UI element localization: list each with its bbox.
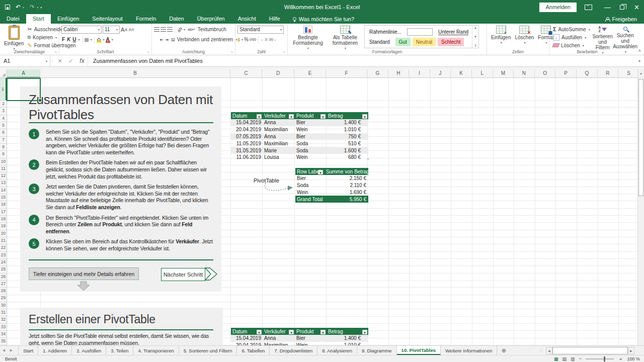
delete-cells-button[interactable]: ✕ Löschen▾ bbox=[513, 25, 536, 46]
sheet-tab-weitere-informationen[interactable]: Weitere Informationen bbox=[441, 346, 497, 355]
normal-view-icon[interactable]: ▦ bbox=[554, 356, 558, 361]
decrease-font-icon[interactable]: A˅ bbox=[129, 26, 134, 33]
column-header-E[interactable]: E bbox=[294, 69, 326, 78]
select-all-corner[interactable] bbox=[0, 69, 7, 77]
scroll-up-icon[interactable]: ▲ bbox=[638, 69, 644, 77]
table-row[interactable]: 31.05.2019MarieSoda1.600 € bbox=[231, 147, 368, 154]
sheet-grid[interactable]: 1234567891011121314151617181920212223242… bbox=[0, 78, 637, 345]
save-icon[interactable] bbox=[5, 5, 10, 10]
undo-dropdown-icon[interactable]: ▾ bbox=[23, 6, 24, 9]
formula-input[interactable]: Zusammenfassen von Daten mit PivotTables bbox=[88, 55, 635, 66]
cell-style-blank[interactable] bbox=[407, 28, 433, 36]
row-header-2[interactable]: 2 bbox=[0, 101, 7, 108]
insert-cells-button[interactable]: ＋ Einfügen▾ bbox=[489, 25, 513, 46]
ribbon-tab-daten[interactable]: Daten bbox=[163, 14, 190, 24]
qat-customize-icon[interactable]: ▾ bbox=[40, 6, 42, 9]
confirm-entry-icon[interactable]: ✓ bbox=[65, 55, 76, 66]
next-step-button[interactable]: Nächster Schritt bbox=[161, 268, 205, 281]
filter-dropdown-icon[interactable]: ▼ bbox=[289, 330, 294, 334]
font-name-select[interactable]: Calibri▾ bbox=[61, 26, 102, 34]
cell-style-rahmenlinie-[interactable]: Rahmenlinie... bbox=[366, 28, 405, 36]
page-break-view-icon[interactable]: ▥ bbox=[571, 356, 575, 361]
share-button[interactable]: Freigeben bbox=[605, 14, 644, 24]
cancel-entry-icon[interactable]: ✕ bbox=[54, 55, 65, 66]
table-row[interactable]: 11.05.2019MaximilianSoda510 € bbox=[231, 140, 368, 147]
increase-indent-icon[interactable]: ⇥ bbox=[165, 36, 169, 43]
conditional-formatting-button[interactable]: Bedingte Formatierung▾ bbox=[290, 25, 326, 52]
ribbon-display-options-icon[interactable] bbox=[585, 5, 592, 10]
sheet-tab-9-diagramme[interactable]: 9. Diagramme bbox=[357, 346, 397, 355]
page-layout-view-icon[interactable]: ▤ bbox=[562, 356, 567, 361]
table-row[interactable]: 15.04.2019AnnaBier1.400 € bbox=[231, 335, 368, 342]
align-top-icon[interactable] bbox=[154, 27, 159, 32]
filter-dropdown-icon[interactable]: ▼ bbox=[320, 114, 326, 119]
row-header-8[interactable]: 8 bbox=[0, 144, 7, 151]
scroll-right-icon[interactable]: ▶ bbox=[628, 347, 634, 354]
autosum-button[interactable]: ΣAutoSumme▾ bbox=[551, 25, 592, 33]
row-header-18[interactable]: 18 bbox=[0, 216, 7, 223]
ribbon-tab-ansicht[interactable]: Ansicht bbox=[231, 14, 263, 24]
bold-button[interactable]: F bbox=[61, 37, 65, 42]
gallery-more-icon[interactable]: ⊽ bbox=[474, 44, 476, 47]
alignment-dialog-launcher[interactable] bbox=[230, 50, 234, 54]
merge-center-button[interactable]: ⊟Verbinden und zentrieren▾ bbox=[170, 36, 238, 44]
signin-button[interactable]: Anmelden bbox=[539, 3, 577, 12]
row-header-12[interactable]: 12 bbox=[0, 172, 7, 179]
row-header-29[interactable]: 29 bbox=[0, 295, 7, 302]
row-header-21[interactable]: 21 bbox=[0, 237, 7, 244]
row-header-4[interactable]: 4 bbox=[0, 115, 7, 122]
sheet-tab-start[interactable]: Start bbox=[18, 346, 38, 355]
number-dialog-launcher[interactable] bbox=[282, 50, 286, 54]
number-format-select[interactable]: Standard▾ bbox=[237, 26, 284, 34]
filter-dropdown-icon[interactable]: ▼ bbox=[257, 330, 262, 334]
comma-style-button[interactable]: 000 bbox=[250, 36, 256, 43]
ribbon-tab-hilfe[interactable]: Hilfe bbox=[263, 14, 287, 24]
column-header-D[interactable]: D bbox=[262, 69, 294, 78]
row-header-23[interactable]: 23 bbox=[0, 252, 7, 259]
row-header-15[interactable]: 15 bbox=[0, 194, 7, 201]
row-header-24[interactable]: 24 bbox=[0, 259, 7, 266]
table-resize-handle[interactable] bbox=[366, 158, 368, 160]
font-size-select[interactable]: 11▾ bbox=[103, 26, 120, 34]
ribbon-tab-formeln[interactable]: Formeln bbox=[129, 14, 163, 24]
table-row[interactable]: 15.04.2019AnnaBier1.400 € bbox=[231, 119, 368, 126]
table-row[interactable]: 20.04.2019MaximilianWein1.010 € bbox=[231, 126, 368, 133]
ribbon-tab-start[interactable]: Start bbox=[26, 14, 51, 24]
filter-dropdown-icon[interactable]: ▼ bbox=[362, 114, 367, 119]
new-sheet-button[interactable]: ⊕ bbox=[497, 346, 510, 355]
row-header-9[interactable]: 9 bbox=[0, 151, 7, 158]
ribbon-tab-seitenlayout[interactable]: Seitenlayout bbox=[86, 14, 129, 24]
accounting-format-icon[interactable]: $ bbox=[237, 36, 240, 43]
vertical-scroll-thumb[interactable] bbox=[638, 79, 643, 196]
clear-button[interactable]: Löschen▾ bbox=[551, 41, 592, 49]
row-header-31[interactable]: 31 bbox=[0, 309, 7, 316]
sheet-tab-1-addieren[interactable]: 1. Addieren bbox=[38, 346, 72, 355]
row-header-7[interactable]: 7 bbox=[0, 137, 7, 144]
paste-button[interactable]: Einfügen▾ bbox=[2, 25, 26, 52]
orientation-icon[interactable]: ab bbox=[176, 25, 184, 34]
redo-dropdown-icon[interactable]: ▾ bbox=[37, 6, 38, 9]
cell-style-neutral[interactable]: Neutral bbox=[413, 38, 436, 46]
row-header-5[interactable]: 5 bbox=[0, 122, 7, 129]
sheet-tab-10-pivottables[interactable]: 10. PivotTables bbox=[397, 346, 441, 355]
sheet-tab-4-transponieren[interactable]: 4. Transponieren bbox=[133, 346, 179, 355]
column-header-Q[interactable]: Q bbox=[577, 69, 598, 78]
row-header-13[interactable]: 13 bbox=[0, 179, 7, 187]
row-header-30[interactable]: 30 bbox=[0, 302, 7, 309]
zoom-slider[interactable] bbox=[586, 358, 614, 359]
table-row[interactable]: 20.04.2019MaximilianWein1.010 € bbox=[231, 342, 368, 345]
fill-color-button[interactable]: ◇ bbox=[97, 37, 102, 42]
column-header-J[interactable]: J bbox=[430, 69, 451, 78]
row-header-20[interactable]: 20 bbox=[0, 230, 7, 237]
font-color-button[interactable]: A bbox=[106, 37, 110, 42]
column-header-P[interactable]: P bbox=[555, 69, 577, 78]
sheet-tab-3-teilen[interactable]: 3. Teilen bbox=[106, 346, 133, 355]
cell-style-gut[interactable]: Gut bbox=[395, 38, 411, 46]
column-header-R[interactable]: R bbox=[598, 69, 619, 78]
ribbon-tab-datei[interactable]: Datei bbox=[0, 14, 26, 24]
scroll-left-icon[interactable]: ◀ bbox=[546, 347, 552, 354]
namebox-dropdown-icon[interactable]: ▾ bbox=[46, 59, 47, 63]
gallery-down-icon[interactable]: ▼ bbox=[474, 35, 477, 38]
column-header-C[interactable]: C bbox=[230, 69, 262, 78]
column-header-N[interactable]: N bbox=[514, 69, 535, 78]
